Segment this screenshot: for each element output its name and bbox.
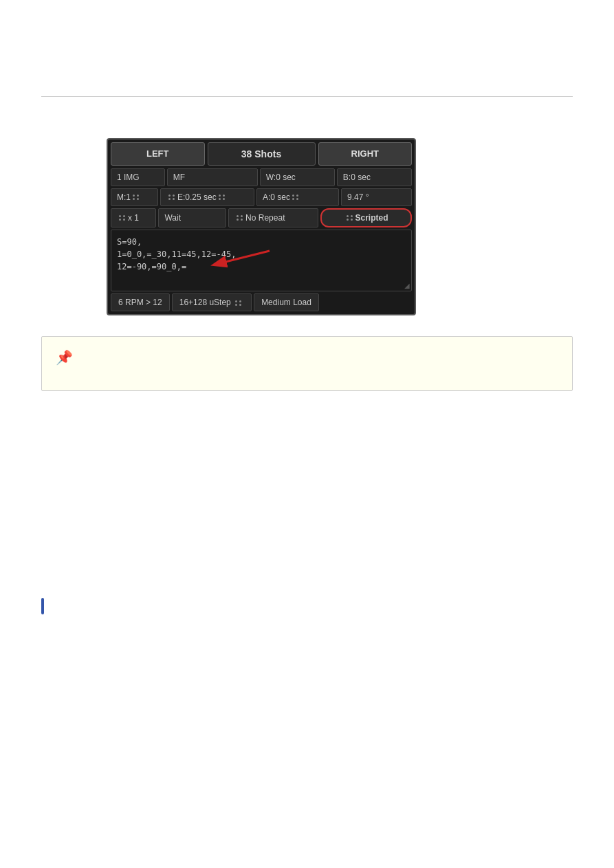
top-rule [41,96,573,97]
a-cell[interactable]: A:0 sec [256,188,339,206]
note-box: 📌 [41,336,573,391]
vertical-bar [41,598,44,614]
x-cell[interactable]: x 1 [111,208,156,227]
w-cell[interactable]: W:0 sec [260,168,335,186]
x-value: x 1 [128,213,139,223]
ustep-dots [235,300,242,306]
e-value: E:0.25 sec [177,192,217,202]
deg-cell[interactable]: 9.47 ° [341,188,412,206]
e-cell[interactable]: E:0.25 sec [160,188,254,206]
m-value: M:1 [117,192,131,202]
info-row-3: x 1 Wait No Repeat Scripted [111,208,412,227]
note-box-wrapper: 📌 [41,336,573,391]
page-container: manualslib.com LEFT 38 Shots RIGHT 1 IMG… [0,0,614,868]
wait-cell[interactable]: Wait [158,208,226,227]
device-panel: LEFT 38 Shots RIGHT 1 IMG MF W:0 sec B:0… [107,138,416,315]
resize-handle: ◢ [404,282,410,289]
img-cell[interactable]: 1 IMG [111,168,165,186]
mf-cell[interactable]: MF [167,168,258,186]
b-cell[interactable]: B:0 sec [337,168,412,186]
repeat-dots-left [237,215,243,221]
status-row: 6 RPM > 12 16+128 uStep Medium Load [111,293,412,311]
shots-display: 38 Shots [208,142,316,166]
scripted-value: Scripted [355,213,388,223]
left-button[interactable]: LEFT [111,142,205,166]
script-area: S=90, 1=0_0,=_30,11=45,12=-45, 12=-90,=9… [111,230,412,291]
ustep-value: 16+128 uStep [179,298,231,307]
note-icon: 📌 [56,349,73,366]
x-dots-left [119,215,126,221]
a-value: A:0 sec [263,192,290,202]
info-row-2: M:1 E:0.25 sec A:0 sec 9.47 ° [111,188,412,206]
rpm-cell[interactable]: 6 RPM > 12 [111,293,170,311]
script-text: S=90, 1=0_0,=_30,11=45,12=-45, 12=-90,=9… [117,236,406,273]
m-dots [133,194,140,200]
info-row-1: 1 IMG MF W:0 sec B:0 sec [111,168,412,186]
scripted-cell[interactable]: Scripted [320,208,412,227]
a-dots [292,194,299,200]
repeat-value: No Repeat [245,213,285,223]
load-cell[interactable]: Medium Load [254,293,319,311]
ustep-cell[interactable]: 16+128 uStep [172,293,252,311]
scripted-dots-left [347,215,353,221]
e-dots-left [168,194,175,200]
e-dots-right [219,194,226,200]
right-button[interactable]: RIGHT [318,142,413,166]
top-row: LEFT 38 Shots RIGHT [111,142,412,166]
m-cell[interactable]: M:1 [111,188,158,206]
repeat-cell[interactable]: No Repeat [228,208,318,227]
